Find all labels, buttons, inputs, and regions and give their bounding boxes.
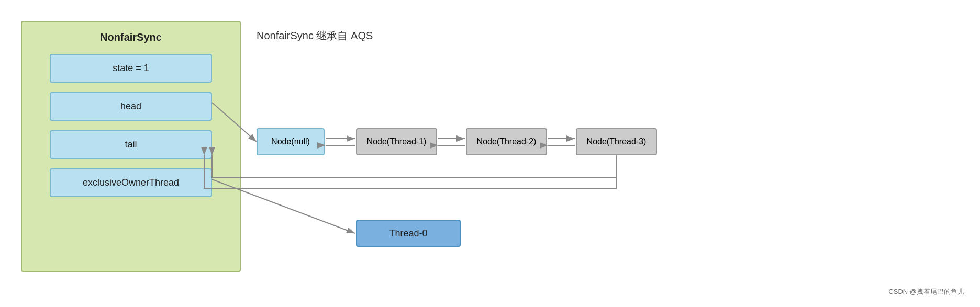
watermark: CSDN @拽着尾巴的鱼儿 [888, 287, 964, 297]
thread0-box: Thread-0 [356, 220, 461, 247]
nonfairsync-container: NonfairSync state = 1 head tail exclusiv… [21, 21, 241, 272]
arrow-thread3-to-tail-2 [204, 155, 616, 188]
field-exclusive-owner-thread: exclusiveOwnerThread [50, 168, 212, 197]
node-thread1: Node(Thread-1) [356, 128, 437, 155]
arrow-thread3-to-tail [212, 155, 616, 178]
node-thread3: Node(Thread-3) [576, 128, 657, 155]
subtitle: NonfairSync 继承自 AQS [257, 29, 373, 43]
field-head: head [50, 92, 212, 121]
nonfairsync-title: NonfairSync [22, 31, 240, 43]
node-thread2: Node(Thread-2) [466, 128, 547, 155]
field-state: state = 1 [50, 54, 212, 83]
node-null: Node(null) [257, 128, 325, 155]
field-tail: tail [50, 130, 212, 159]
canvas: NonfairSync state = 1 head tail exclusiv… [0, 0, 980, 307]
